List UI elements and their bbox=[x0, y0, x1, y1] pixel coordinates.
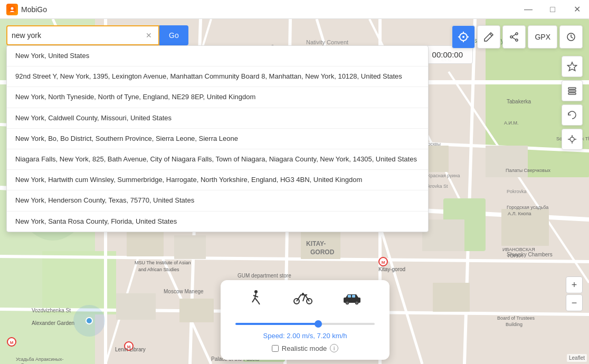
titlebar: MobiGo — □ ✕ bbox=[0, 0, 589, 19]
top-toolbar: GPX bbox=[452, 25, 583, 49]
locate-button[interactable] bbox=[562, 129, 583, 150]
close-icon: ✕ bbox=[574, 4, 581, 14]
search-input[interactable] bbox=[12, 31, 144, 40]
layers-button[interactable] bbox=[562, 80, 583, 101]
bike-mode-button[interactable] bbox=[285, 289, 321, 311]
svg-rect-39 bbox=[116, 293, 156, 320]
realistic-mode-row: Realistic mode i bbox=[233, 344, 377, 352]
car-mode-button[interactable] bbox=[334, 290, 370, 311]
zoom-controls: + − bbox=[566, 276, 583, 311]
favorites-button[interactable] bbox=[562, 56, 583, 77]
speed-display: Speed: 2.00 m/s, 7.20 km/h bbox=[233, 332, 377, 340]
svg-text:Pokrovka: Pokrovka bbox=[507, 189, 527, 194]
svg-marker-103 bbox=[568, 62, 577, 71]
svg-text:KITAY-: KITAY- bbox=[306, 240, 326, 247]
dropdown-item-8[interactable]: New York, Henderson County, Texas, 75770… bbox=[7, 190, 428, 211]
dropdown-item-7[interactable]: New York, Hartwith cum Winsley, Summerbr… bbox=[7, 170, 428, 190]
svg-text:M: M bbox=[382, 260, 385, 265]
transport-modes bbox=[233, 288, 377, 312]
svg-text:Красная руина: Красная руина bbox=[428, 173, 460, 178]
svg-line-96 bbox=[490, 34, 492, 36]
speed-value: 2.00 m/s, 7.20 km/h bbox=[287, 332, 347, 340]
pen-button[interactable] bbox=[477, 25, 500, 49]
app-title: MobiGo bbox=[21, 5, 47, 14]
dropdown-item-5[interactable]: New York, Bo, Bo District, Southern Prov… bbox=[7, 129, 428, 149]
svg-rect-34 bbox=[127, 230, 164, 256]
realistic-mode-label[interactable]: Realistic mode bbox=[282, 344, 327, 352]
dropdown-item-6[interactable]: Niagara Falls, New York, 825, Bath Avenu… bbox=[7, 149, 428, 170]
search-bar: ✕ Go bbox=[6, 25, 188, 45]
locate-icon bbox=[567, 134, 577, 145]
maximize-button[interactable]: □ bbox=[540, 0, 565, 19]
svg-line-114 bbox=[252, 298, 255, 302]
svg-point-121 bbox=[302, 293, 304, 295]
svg-text:GUM department store: GUM department store bbox=[238, 273, 291, 279]
share-button[interactable] bbox=[502, 25, 526, 49]
reset-button[interactable] bbox=[562, 104, 583, 126]
history-button[interactable] bbox=[559, 25, 583, 49]
svg-rect-106 bbox=[568, 93, 576, 94]
speed-slider[interactable] bbox=[235, 323, 375, 325]
history-icon bbox=[566, 32, 576, 42]
star-icon bbox=[567, 61, 577, 72]
walk-mode-button[interactable] bbox=[240, 288, 272, 312]
logo-icon bbox=[6, 4, 18, 15]
svg-rect-104 bbox=[568, 88, 576, 89]
share-icon bbox=[509, 32, 519, 42]
svg-line-116 bbox=[258, 301, 260, 304]
svg-line-117 bbox=[253, 295, 258, 297]
svg-text:Nativity Convent: Nativity Convent bbox=[306, 39, 348, 45]
search-go-button[interactable]: Go bbox=[159, 25, 188, 45]
svg-text:MSU The Institute of Asian: MSU The Institute of Asian bbox=[135, 260, 191, 265]
svg-text:Lenin Library: Lenin Library bbox=[115, 347, 146, 352]
dropdown-item-1[interactable]: New York, United States bbox=[7, 46, 428, 66]
reset-icon bbox=[567, 110, 577, 120]
gpx-button[interactable]: GPX bbox=[528, 25, 557, 49]
svg-point-98 bbox=[516, 39, 518, 41]
close-button[interactable]: ✕ bbox=[565, 0, 589, 19]
svg-point-112 bbox=[254, 290, 258, 293]
zoom-in-button[interactable]: + bbox=[566, 276, 583, 293]
svg-rect-40 bbox=[179, 299, 214, 322]
window-controls: — □ ✕ bbox=[516, 0, 589, 19]
realistic-mode-checkbox[interactable] bbox=[272, 345, 279, 352]
minimize-icon: — bbox=[524, 5, 533, 14]
svg-text:and African Studies: and African Studies bbox=[138, 267, 179, 272]
zoom-out-button[interactable]: − bbox=[566, 294, 583, 311]
dropdown-item-9[interactable]: New York, Santa Rosa County, Florida, Un… bbox=[7, 212, 428, 232]
dropdown-item-2[interactable]: 92nd Street Y, New York, 1395, Lexington… bbox=[7, 66, 428, 87]
dropdown-item-4[interactable]: New York, Caldwell County, Missouri, Uni… bbox=[7, 108, 428, 129]
svg-text:GOROD: GOROD bbox=[310, 248, 335, 256]
svg-text:Kitay-gorod: Kitay-gorod bbox=[378, 266, 405, 272]
svg-text:ГОРКА: ГОРКА bbox=[508, 253, 523, 258]
svg-text:А.Л. Кнопа: А.Л. Кнопа bbox=[508, 211, 531, 216]
svg-text:Alexander Garden: Alexander Garden bbox=[32, 320, 74, 326]
dropdown-item-3[interactable]: New York, North Tyneside, North of Tyne,… bbox=[7, 87, 428, 108]
svg-text:Tabakerka: Tabakerka bbox=[507, 99, 531, 104]
svg-text:Moscow Manege: Moscow Manege bbox=[164, 289, 204, 294]
svg-line-100 bbox=[512, 34, 516, 36]
svg-text:Board of Trustees: Board of Trustees bbox=[497, 315, 535, 321]
layers-icon bbox=[567, 85, 577, 96]
svg-point-97 bbox=[516, 33, 518, 35]
svg-rect-37 bbox=[422, 219, 464, 251]
app-logo: MobiGo bbox=[0, 4, 53, 15]
leaflet-attribution: Leaflet bbox=[567, 354, 587, 362]
svg-text:Vozdvizhenka St: Vozdvizhenka St bbox=[32, 308, 71, 313]
svg-point-95 bbox=[462, 36, 464, 38]
minimize-button[interactable]: — bbox=[516, 0, 540, 19]
crosshair-button[interactable] bbox=[452, 25, 475, 49]
svg-point-123 bbox=[346, 301, 349, 304]
map-container[interactable]: M M M M Nativity Convent Chistye Prudy O… bbox=[0, 19, 589, 364]
svg-point-99 bbox=[510, 36, 512, 38]
svg-text:ИВАНОВСКАЯ: ИВАНОВСКАЯ bbox=[502, 247, 535, 252]
svg-text:Усадьба Апраксиных-: Усадьба Апраксиных- bbox=[16, 357, 63, 362]
svg-text:Building: Building bbox=[506, 322, 522, 327]
svg-rect-35 bbox=[174, 235, 206, 259]
search-clear-button[interactable]: ✕ bbox=[144, 30, 154, 41]
svg-point-1 bbox=[11, 7, 14, 9]
info-icon[interactable]: i bbox=[330, 344, 338, 352]
right-sidebar bbox=[562, 56, 583, 150]
svg-line-115 bbox=[255, 298, 258, 301]
search-dropdown: New York, United States 92nd Street Y, N… bbox=[6, 45, 429, 232]
